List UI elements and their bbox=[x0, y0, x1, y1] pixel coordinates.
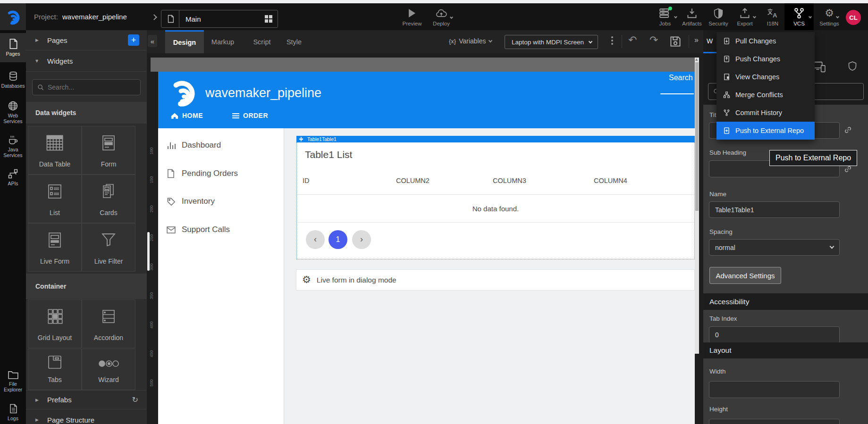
menu-item-view-changes[interactable]: View Changes bbox=[716, 68, 815, 86]
rail-item-logs[interactable]: Logs bbox=[0, 400, 26, 424]
i18n-button[interactable]: A I18N bbox=[762, 3, 784, 30]
tab-script[interactable]: Script bbox=[245, 30, 278, 53]
advanced-settings-button[interactable]: Advanced Settings bbox=[709, 267, 781, 284]
rail-item-databases[interactable]: Databases bbox=[0, 66, 26, 93]
export-button[interactable]: Export bbox=[733, 3, 757, 30]
tab-label: Markup bbox=[211, 38, 234, 46]
page-selector[interactable]: Main bbox=[161, 10, 278, 28]
canvas-scrollbar[interactable]: ▲ bbox=[695, 58, 699, 354]
security-button[interactable]: Security bbox=[706, 3, 731, 30]
column-header[interactable]: COLUMN3 bbox=[493, 177, 526, 184]
height-input[interactable] bbox=[709, 419, 840, 424]
settings-button[interactable]: ⚙ Settings bbox=[816, 3, 843, 30]
widget-tile-tabs[interactable]: Tabs bbox=[28, 349, 81, 390]
nav-item-order[interactable]: ORDER bbox=[232, 112, 268, 119]
menu-item-push-changes[interactable]: Push Changes bbox=[716, 50, 815, 68]
widgets-accordion-header[interactable]: ▼ Widgets bbox=[26, 50, 147, 72]
name-input[interactable] bbox=[709, 201, 840, 218]
section-accessibility[interactable]: Accessibility bbox=[703, 293, 868, 310]
sidenav-item-support-calls[interactable]: Support Calls bbox=[158, 223, 284, 237]
rail-item-pages[interactable]: Pages bbox=[0, 33, 26, 62]
spacing-select[interactable]: normal bbox=[709, 239, 840, 256]
widget-tile-live-filter[interactable]: Live Filter bbox=[82, 224, 135, 271]
variables-dropdown[interactable]: {x} Variables bbox=[449, 37, 492, 45]
app-search-link[interactable]: Search bbox=[669, 74, 693, 82]
chevron-down-icon bbox=[488, 38, 492, 42]
rail-item-java-services[interactable]: Java Services bbox=[0, 131, 26, 161]
user-avatar[interactable]: CL bbox=[846, 10, 861, 25]
redo-button[interactable]: ↷ bbox=[649, 34, 658, 46]
scrollbar-up-arrow[interactable]: ▲ bbox=[695, 58, 698, 61]
pagination-next-button[interactable]: › bbox=[352, 230, 371, 249]
widget-tile-list[interactable]: List bbox=[28, 175, 81, 223]
table-widget[interactable]: Table1 List ID COLUMN2 COLUMN3 COLUMN4 N… bbox=[296, 142, 695, 259]
tab-markup[interactable]: Markup bbox=[204, 30, 242, 53]
tab-design[interactable]: Design bbox=[165, 30, 204, 53]
widget-tile-accordion[interactable]: Accordion bbox=[82, 300, 135, 348]
devices-icon[interactable] bbox=[813, 61, 826, 73]
live-form-widget[interactable]: ⚙ Live form in dialog mode bbox=[296, 269, 695, 291]
add-page-button[interactable]: + bbox=[128, 34, 139, 46]
wavemaker-logo[interactable] bbox=[0, 3, 26, 30]
column-header[interactable]: COLUMN2 bbox=[396, 177, 430, 184]
menu-item-push-to-external-repo[interactable]: Push to External Repo bbox=[716, 122, 815, 140]
pages-accordion-header[interactable]: ▶ Pages + bbox=[26, 30, 147, 50]
app-logo bbox=[169, 78, 198, 107]
preview-button[interactable]: Preview bbox=[399, 3, 425, 30]
column-header[interactable]: COLUMN4 bbox=[594, 177, 627, 184]
widget-tile-live-form[interactable]: Live Form bbox=[28, 224, 81, 271]
rail-item-file-explorer[interactable]: File Explorer bbox=[0, 366, 26, 397]
menu-item-commit-history[interactable]: Commit History bbox=[716, 104, 815, 122]
vcs-button[interactable]: VCS bbox=[784, 3, 814, 30]
canvas-toolbar: « Design Markup Script Style {x} Variabl… bbox=[147, 30, 703, 53]
ruler-mark: 300 bbox=[149, 261, 154, 273]
section-layout[interactable]: Layout bbox=[703, 342, 868, 358]
ruler-mark: 450 bbox=[149, 348, 154, 360]
sidenav-item-inventory[interactable]: Inventory bbox=[158, 194, 284, 208]
refresh-icon[interactable]: ↻ bbox=[132, 395, 138, 404]
width-input[interactable] bbox=[709, 381, 840, 398]
expand-right-panel-button[interactable]: » bbox=[694, 36, 699, 44]
widget-tile-wizard[interactable]: Wizard bbox=[82, 349, 135, 390]
nav-item-home[interactable]: HOME bbox=[171, 112, 203, 119]
more-options-kebab[interactable] bbox=[611, 36, 613, 45]
search-input[interactable] bbox=[48, 83, 140, 91]
save-button[interactable] bbox=[670, 36, 681, 47]
tabindex-field-label: Tab Index bbox=[709, 315, 737, 322]
shield-outline-icon[interactable] bbox=[848, 61, 857, 71]
menu-item-merge-conflicts[interactable]: Merge Conflicts bbox=[716, 86, 815, 104]
widget-tile-grid-layout[interactable]: Grid Layout bbox=[28, 300, 81, 348]
tab-style[interactable]: Style bbox=[279, 30, 309, 53]
widget-tile-cards[interactable]: Cards bbox=[82, 175, 135, 223]
widget-selection-bar[interactable]: Table1Table1 bbox=[296, 136, 695, 142]
device-sel ector[interactable]: Laptop with MDPI Screen bbox=[505, 35, 598, 49]
tab-widget[interactable]: W bbox=[707, 37, 713, 45]
pagination-page-1[interactable]: 1 bbox=[329, 230, 347, 249]
widget-tile-data-table[interactable]: Data Table bbox=[28, 126, 81, 174]
scrollbar-thumb[interactable] bbox=[695, 62, 699, 211]
tabindex-input[interactable] bbox=[709, 326, 840, 343]
pages-grid-icon[interactable] bbox=[265, 15, 272, 23]
panel-scrollbar-thumb[interactable] bbox=[147, 232, 150, 271]
bind-link-icon[interactable] bbox=[844, 165, 852, 173]
collapse-left-panel-button[interactable]: « bbox=[148, 35, 157, 47]
rail-item-web-services[interactable]: Web Services bbox=[0, 97, 26, 127]
column-header[interactable]: ID bbox=[303, 177, 310, 184]
ruler-mark: 500 bbox=[149, 377, 154, 389]
chevron-down-icon bbox=[830, 244, 834, 249]
bind-link-icon[interactable] bbox=[844, 126, 852, 134]
rail-item-apis[interactable]: APIs bbox=[0, 165, 26, 190]
widget-tile-form[interactable]: Form bbox=[82, 126, 135, 174]
sidenav-item-pending-orders[interactable]: Pending Orders bbox=[158, 166, 284, 181]
menu-item-pull-changes[interactable]: Pull Changes bbox=[716, 32, 815, 50]
deploy-button[interactable]: Deploy bbox=[427, 3, 455, 30]
page-structure-accordion-header[interactable]: ▶ Page Structure bbox=[26, 410, 147, 424]
widget-search[interactable] bbox=[32, 79, 141, 95]
jobs-button[interactable]: Jobs bbox=[654, 3, 676, 30]
widget-tile-label: Wizard bbox=[98, 376, 119, 383]
undo-button[interactable]: ↶ bbox=[628, 34, 637, 46]
sidenav-item-dashboard[interactable]: Dashboard bbox=[158, 138, 284, 152]
artifacts-button[interactable]: Artifacts bbox=[680, 3, 704, 30]
prefabs-accordion-header[interactable]: ▶ Prefabs ↻ bbox=[26, 390, 147, 409]
pagination-prev-button[interactable]: ‹ bbox=[306, 230, 325, 249]
